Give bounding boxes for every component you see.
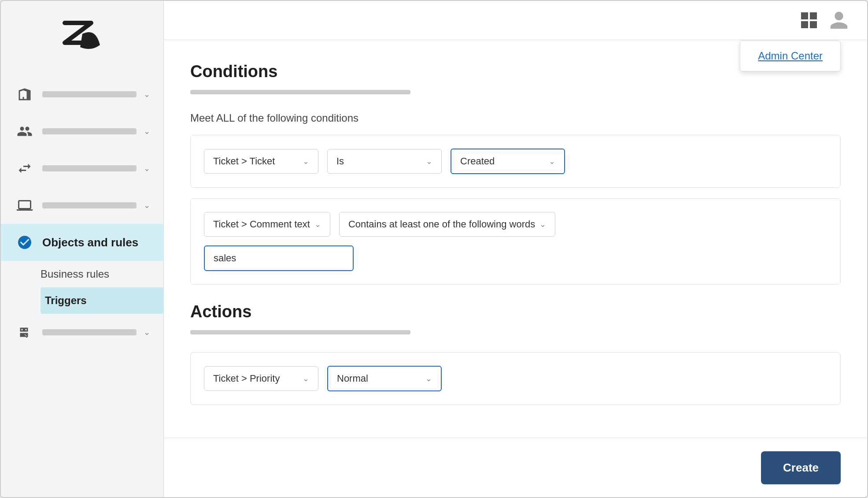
actions-divider xyxy=(190,330,410,334)
chevron-down-icon: ⌄ xyxy=(303,374,309,383)
condition-2-field1-select[interactable]: Ticket > Comment text ⌄ xyxy=(204,212,330,237)
actions-section: Actions Ticket > Priority ⌄ Normal ⌄ xyxy=(190,302,841,405)
chevron-down-icon: ⌄ xyxy=(303,156,309,166)
condition-card-2: Ticket > Comment text ⌄ Contains at leas… xyxy=(190,198,841,285)
top-bar-icons xyxy=(798,10,850,31)
action-card-1: Ticket > Priority ⌄ Normal ⌄ xyxy=(190,352,841,405)
action-1-field2-value: Normal xyxy=(337,373,421,384)
sub-nav-business-rules[interactable]: Business rules xyxy=(41,261,163,287)
chevron-down-icon: ⌄ xyxy=(539,219,546,229)
zendesk-logo-icon xyxy=(56,19,109,54)
admin-center-link[interactable]: Admin Center xyxy=(758,50,823,62)
monitor-icon xyxy=(14,195,35,216)
condition-1-field1-select[interactable]: Ticket > Ticket ⌄ xyxy=(204,149,318,174)
sidebar-item-objects[interactable]: Objects and rules xyxy=(1,224,163,261)
sidebar-item-people[interactable]: ⌄ xyxy=(1,113,163,150)
main-content: Admin Center Conditions Meet ALL of the … xyxy=(164,1,867,497)
nav-label-bar xyxy=(42,91,137,97)
condition-row-1: Ticket > Ticket ⌄ Is ⌄ Created ⌄ xyxy=(204,149,827,174)
action-1-field1-value: Ticket > Priority xyxy=(213,373,298,384)
conditions-divider xyxy=(190,90,410,94)
condition-1-field2-value: Is xyxy=(336,156,421,167)
chevron-down-icon: ⌄ xyxy=(144,89,150,99)
chevron-down-icon: ⌄ xyxy=(314,219,321,229)
nav-label-bar xyxy=(42,329,137,335)
conditions-subtitle: Meet ALL of the following conditions xyxy=(190,112,841,124)
sidebar: ⌄ ⌄ ⌄ xyxy=(1,1,164,497)
sub-nav-triggers[interactable]: Triggers xyxy=(41,287,163,314)
sidebar-nav: ⌄ ⌄ ⌄ xyxy=(1,71,163,497)
action-1-field2-select[interactable]: Normal ⌄ xyxy=(327,366,442,391)
nav-label-bar xyxy=(42,128,137,134)
condition-2-field1-value: Ticket > Comment text xyxy=(213,219,310,230)
condition-card-1: Ticket > Ticket ⌄ Is ⌄ Created ⌄ xyxy=(190,135,841,188)
bottom-bar: Create xyxy=(164,438,867,497)
objects-icon xyxy=(14,232,35,253)
top-bar: Admin Center xyxy=(164,1,867,40)
chevron-down-icon: ⌄ xyxy=(426,156,432,166)
sidebar-item-building[interactable]: ⌄ xyxy=(1,76,163,113)
condition-2-field2-value: Contains at least one of the following w… xyxy=(348,219,535,230)
action-row-1: Ticket > Priority ⌄ Normal ⌄ xyxy=(204,366,827,391)
sub-nav: Business rules Triggers xyxy=(1,261,163,314)
comment-text-input[interactable] xyxy=(204,245,354,271)
chevron-down-icon: ⌄ xyxy=(144,164,150,173)
condition-row-2b xyxy=(204,245,827,271)
condition-1-field2-select[interactable]: Is ⌄ xyxy=(327,149,442,174)
apps-icon xyxy=(14,322,35,343)
people-icon xyxy=(14,121,35,142)
nav-label-bar xyxy=(42,202,137,208)
action-1-field1-select[interactable]: Ticket > Priority ⌄ xyxy=(204,366,318,391)
chevron-down-icon: ⌄ xyxy=(549,156,555,166)
logo-area xyxy=(1,1,163,71)
building-icon xyxy=(14,84,35,105)
actions-title: Actions xyxy=(190,302,841,321)
chevron-down-icon: ⌄ xyxy=(425,374,432,383)
admin-center-dropdown: Admin Center xyxy=(740,41,841,71)
user-avatar-icon[interactable] xyxy=(828,10,850,31)
transfer-icon xyxy=(14,158,35,179)
condition-2-field2-select[interactable]: Contains at least one of the following w… xyxy=(339,212,555,237)
sidebar-item-transfer[interactable]: ⌄ xyxy=(1,150,163,187)
chevron-down-icon: ⌄ xyxy=(144,327,150,337)
nav-label-bar xyxy=(42,165,137,171)
sidebar-item-apps[interactable]: ⌄ xyxy=(1,314,163,351)
chevron-down-icon: ⌄ xyxy=(144,201,150,210)
content-area: Conditions Meet ALL of the following con… xyxy=(164,40,867,438)
chevron-down-icon: ⌄ xyxy=(144,126,150,136)
create-button[interactable]: Create xyxy=(761,451,841,484)
grid-icon[interactable] xyxy=(798,10,820,31)
condition-1-field1-value: Ticket > Ticket xyxy=(213,156,298,167)
condition-1-field3-value: Created xyxy=(460,156,544,167)
condition-1-field3-select[interactable]: Created ⌄ xyxy=(451,149,565,174)
objects-label: Objects and rules xyxy=(42,236,138,249)
sidebar-item-monitor[interactable]: ⌄ xyxy=(1,187,163,224)
condition-row-2a: Ticket > Comment text ⌄ Contains at leas… xyxy=(204,212,827,237)
